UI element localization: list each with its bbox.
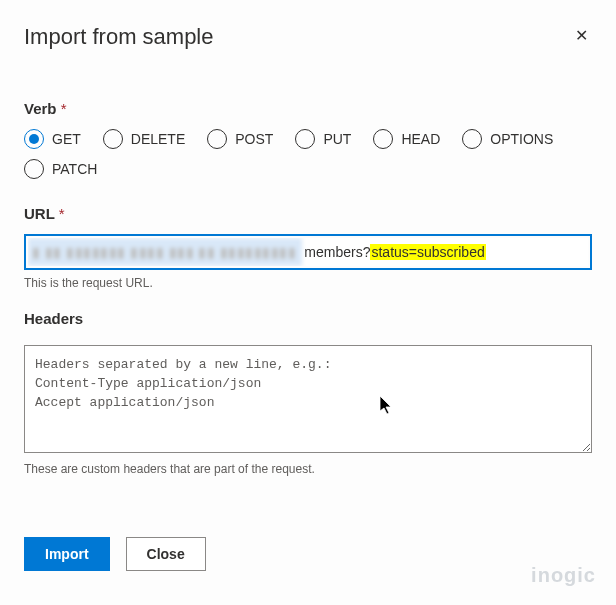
- radio-post[interactable]: POST: [207, 129, 273, 149]
- radio-patch[interactable]: PATCH: [24, 159, 97, 179]
- url-label-text: URL: [24, 205, 55, 222]
- radio-head[interactable]: HEAD: [373, 129, 440, 149]
- radio-circle-icon: [103, 129, 123, 149]
- headers-label: Headers: [24, 310, 592, 327]
- radio-circle-icon: [207, 129, 227, 149]
- verb-label: Verb *: [24, 100, 592, 117]
- url-visible-path: members?: [302, 244, 370, 260]
- url-label: URL *: [24, 205, 592, 222]
- dialog-title: Import from sample: [24, 24, 214, 50]
- dialog-footer: Import Close: [24, 537, 206, 571]
- radio-circle-icon: [24, 129, 44, 149]
- url-helper-text: This is the request URL.: [24, 276, 592, 290]
- close-button[interactable]: Close: [126, 537, 206, 571]
- radio-options[interactable]: OPTIONS: [462, 129, 553, 149]
- radio-label: GET: [52, 131, 81, 147]
- url-input[interactable]: ▮ ▮▮ ▮▮▮▮▮▮▮ ▮▮▮▮ ▮▮▮ ▮▮ ▮▮▮▮▮▮▮▮▮ membe…: [24, 234, 592, 270]
- radio-put[interactable]: PUT: [295, 129, 351, 149]
- headers-textarea[interactable]: [24, 345, 592, 453]
- close-icon[interactable]: ✕: [571, 24, 592, 48]
- radio-label: DELETE: [131, 131, 185, 147]
- radio-get[interactable]: GET: [24, 129, 81, 149]
- watermark: inogic: [531, 564, 596, 587]
- radio-circle-icon: [295, 129, 315, 149]
- radio-label: HEAD: [401, 131, 440, 147]
- radio-label: PUT: [323, 131, 351, 147]
- verb-label-text: Verb: [24, 100, 57, 117]
- radio-circle-icon: [373, 129, 393, 149]
- import-button[interactable]: Import: [24, 537, 110, 571]
- radio-circle-icon: [24, 159, 44, 179]
- radio-label: PATCH: [52, 161, 97, 177]
- radio-delete[interactable]: DELETE: [103, 129, 185, 149]
- verb-radio-group: GET DELETE POST PUT HEAD OPTIONS PATCH: [24, 129, 592, 179]
- radio-circle-icon: [462, 129, 482, 149]
- url-highlighted-query: status=subscribed: [370, 244, 485, 260]
- radio-label: POST: [235, 131, 273, 147]
- headers-helper-text: These are custom headers that are part o…: [24, 462, 592, 476]
- url-obscured-prefix: ▮ ▮▮ ▮▮▮▮▮▮▮ ▮▮▮▮ ▮▮▮ ▮▮ ▮▮▮▮▮▮▮▮▮: [28, 238, 302, 266]
- required-asterisk: *: [61, 100, 67, 117]
- required-asterisk: *: [59, 205, 65, 222]
- radio-label: OPTIONS: [490, 131, 553, 147]
